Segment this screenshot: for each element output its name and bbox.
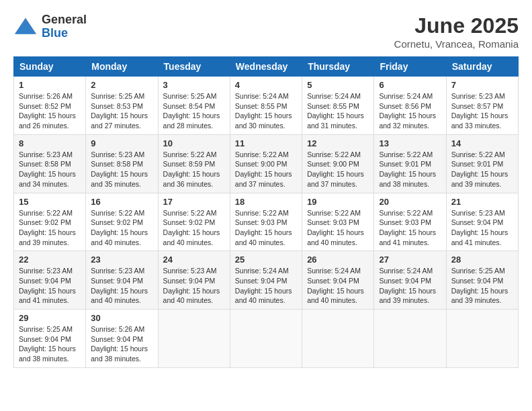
day-number: 11: [235, 138, 297, 148]
day-number: 9: [91, 138, 152, 148]
logo-text: General Blue: [42, 13, 87, 40]
day-number: 18: [235, 197, 297, 207]
logo-blue-text: Blue: [42, 27, 87, 40]
calendar-cell: 7Sunrise: 5:23 AMSunset: 8:57 PMDaylight…: [446, 77, 518, 135]
calendar-cell: 16Sunrise: 5:22 AMSunset: 9:02 PMDayligh…: [86, 193, 158, 251]
day-number: 26: [307, 255, 369, 265]
day-number: 6: [379, 80, 441, 90]
day-info: Sunrise: 5:22 AMSunset: 9:03 PMDaylight:…: [379, 208, 441, 248]
day-number: 10: [163, 138, 225, 148]
day-info: Sunrise: 5:22 AMSunset: 8:59 PMDaylight:…: [163, 150, 225, 189]
day-number: 19: [307, 197, 369, 207]
day-info: Sunrise: 5:22 AMSunset: 9:00 PMDaylight:…: [307, 150, 369, 189]
day-info: Sunrise: 5:25 AMSunset: 9:04 PMDaylight:…: [19, 324, 81, 364]
calendar-cell: 10Sunrise: 5:22 AMSunset: 8:59 PMDayligh…: [158, 134, 230, 193]
day-info: Sunrise: 5:23 AMSunset: 8:58 PMDaylight:…: [91, 150, 152, 189]
day-info: Sunrise: 5:24 AMSunset: 8:56 PMDaylight:…: [379, 91, 441, 131]
calendar-cell: 26Sunrise: 5:24 AMSunset: 9:04 PMDayligh…: [302, 251, 374, 310]
day-number: 25: [235, 255, 297, 265]
calendar-cell: 25Sunrise: 5:24 AMSunset: 9:04 PMDayligh…: [230, 251, 302, 310]
calendar-cell: 9Sunrise: 5:23 AMSunset: 8:58 PMDaylight…: [86, 134, 158, 193]
logo: General Blue: [13, 13, 87, 40]
day-info: Sunrise: 5:23 AMSunset: 8:58 PMDaylight:…: [19, 150, 81, 189]
day-info: Sunrise: 5:23 AMSunset: 9:04 PMDaylight:…: [19, 266, 81, 306]
column-header-saturday: Saturday: [446, 57, 518, 77]
day-info: Sunrise: 5:24 AMSunset: 9:04 PMDaylight:…: [235, 266, 297, 306]
day-number: 22: [19, 255, 81, 265]
day-number: 30: [91, 313, 152, 323]
calendar-subtitle: Cornetu, Vrancea, Romania: [394, 38, 519, 50]
day-info: Sunrise: 5:25 AMSunset: 8:53 PMDaylight:…: [91, 91, 152, 131]
calendar-table: SundayMondayTuesdayWednesdayThursdayFrid…: [13, 56, 519, 368]
day-number: 13: [379, 138, 441, 148]
calendar-cell: 18Sunrise: 5:22 AMSunset: 9:03 PMDayligh…: [230, 193, 302, 251]
day-info: Sunrise: 5:22 AMSunset: 9:01 PMDaylight:…: [379, 150, 441, 189]
calendar-week-row: 22Sunrise: 5:23 AMSunset: 9:04 PMDayligh…: [14, 251, 519, 310]
calendar-cell: 29Sunrise: 5:25 AMSunset: 9:04 PMDayligh…: [14, 310, 86, 368]
day-number: 21: [451, 197, 513, 207]
day-number: 15: [19, 197, 81, 207]
day-info: Sunrise: 5:22 AMSunset: 9:02 PMDaylight:…: [19, 208, 81, 248]
day-info: Sunrise: 5:24 AMSunset: 8:55 PMDaylight:…: [307, 91, 369, 131]
column-header-sunday: Sunday: [14, 57, 86, 77]
calendar-week-row: 1Sunrise: 5:26 AMSunset: 8:52 PMDaylight…: [14, 77, 519, 135]
calendar-cell: 11Sunrise: 5:22 AMSunset: 9:00 PMDayligh…: [230, 134, 302, 193]
day-info: Sunrise: 5:26 AMSunset: 9:04 PMDaylight:…: [91, 324, 152, 364]
calendar-title: June 2025: [394, 13, 519, 38]
calendar-cell: [446, 310, 518, 368]
calendar-cell: 20Sunrise: 5:22 AMSunset: 9:03 PMDayligh…: [374, 193, 446, 251]
day-number: 24: [163, 255, 225, 265]
calendar-cell: 19Sunrise: 5:22 AMSunset: 9:03 PMDayligh…: [302, 193, 374, 251]
column-header-friday: Friday: [374, 57, 446, 77]
calendar-cell: 5Sunrise: 5:24 AMSunset: 8:55 PMDaylight…: [302, 77, 374, 135]
day-number: 20: [379, 197, 441, 207]
day-info: Sunrise: 5:22 AMSunset: 9:00 PMDaylight:…: [235, 150, 297, 189]
calendar-cell: [158, 310, 230, 368]
day-number: 29: [19, 313, 81, 323]
column-header-tuesday: Tuesday: [158, 57, 230, 77]
title-area: June 2025 Cornetu, Vrancea, Romania: [394, 13, 519, 50]
calendar-cell: 12Sunrise: 5:22 AMSunset: 9:00 PMDayligh…: [302, 134, 374, 193]
day-info: Sunrise: 5:23 AMSunset: 9:04 PMDaylight:…: [163, 266, 225, 306]
day-info: Sunrise: 5:22 AMSunset: 9:02 PMDaylight:…: [163, 208, 225, 248]
day-info: Sunrise: 5:22 AMSunset: 9:03 PMDaylight:…: [307, 208, 369, 248]
page-header: General Blue June 2025 Cornetu, Vrancea,…: [13, 13, 519, 50]
day-info: Sunrise: 5:23 AMSunset: 9:04 PMDaylight:…: [451, 208, 513, 248]
calendar-cell: 21Sunrise: 5:23 AMSunset: 9:04 PMDayligh…: [446, 193, 518, 251]
calendar-week-row: 8Sunrise: 5:23 AMSunset: 8:58 PMDaylight…: [14, 134, 519, 193]
column-header-monday: Monday: [86, 57, 158, 77]
calendar-cell: 28Sunrise: 5:25 AMSunset: 9:04 PMDayligh…: [446, 251, 518, 310]
day-number: 12: [307, 138, 369, 148]
day-info: Sunrise: 5:26 AMSunset: 8:52 PMDaylight:…: [19, 91, 81, 131]
calendar-cell: 22Sunrise: 5:23 AMSunset: 9:04 PMDayligh…: [14, 251, 86, 310]
day-info: Sunrise: 5:22 AMSunset: 9:02 PMDaylight:…: [91, 208, 152, 248]
calendar-cell: 24Sunrise: 5:23 AMSunset: 9:04 PMDayligh…: [158, 251, 230, 310]
calendar-cell: 27Sunrise: 5:24 AMSunset: 9:04 PMDayligh…: [374, 251, 446, 310]
calendar-cell: 15Sunrise: 5:22 AMSunset: 9:02 PMDayligh…: [14, 193, 86, 251]
day-number: 3: [163, 80, 225, 90]
calendar-cell: 17Sunrise: 5:22 AMSunset: 9:02 PMDayligh…: [158, 193, 230, 251]
day-info: Sunrise: 5:24 AMSunset: 9:04 PMDaylight:…: [307, 266, 369, 306]
logo-icon: [13, 15, 38, 39]
day-number: 23: [91, 255, 152, 265]
day-number: 27: [379, 255, 441, 265]
calendar-cell: [230, 310, 302, 368]
calendar-cell: 8Sunrise: 5:23 AMSunset: 8:58 PMDaylight…: [14, 134, 86, 193]
calendar-cell: [374, 310, 446, 368]
day-number: 1: [19, 80, 81, 90]
day-info: Sunrise: 5:23 AMSunset: 8:57 PMDaylight:…: [451, 91, 513, 131]
day-info: Sunrise: 5:23 AMSunset: 9:04 PMDaylight:…: [91, 266, 152, 306]
day-number: 28: [451, 255, 513, 265]
calendar-cell: 6Sunrise: 5:24 AMSunset: 8:56 PMDaylight…: [374, 77, 446, 135]
day-info: Sunrise: 5:24 AMSunset: 9:04 PMDaylight:…: [379, 266, 441, 306]
day-number: 2: [91, 80, 152, 90]
day-number: 14: [451, 138, 513, 148]
calendar-week-row: 29Sunrise: 5:25 AMSunset: 9:04 PMDayligh…: [14, 310, 519, 368]
calendar-cell: 4Sunrise: 5:24 AMSunset: 8:55 PMDaylight…: [230, 77, 302, 135]
day-number: 8: [19, 138, 81, 148]
column-header-thursday: Thursday: [302, 57, 374, 77]
calendar-cell: 2Sunrise: 5:25 AMSunset: 8:53 PMDaylight…: [86, 77, 158, 135]
calendar-cell: 3Sunrise: 5:25 AMSunset: 8:54 PMDaylight…: [158, 77, 230, 135]
calendar-cell: 1Sunrise: 5:26 AMSunset: 8:52 PMDaylight…: [14, 77, 86, 135]
day-info: Sunrise: 5:22 AMSunset: 9:01 PMDaylight:…: [451, 150, 513, 189]
